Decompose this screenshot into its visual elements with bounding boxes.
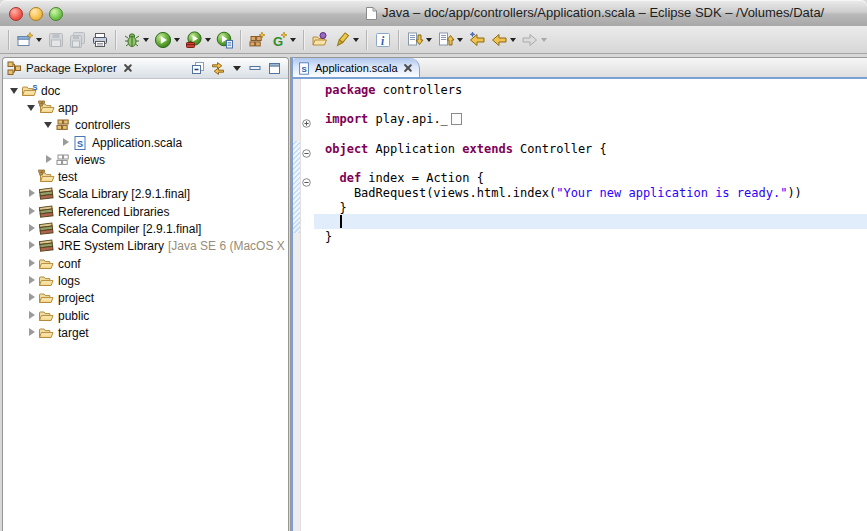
folder-icon — [38, 256, 55, 272]
project-tree[interactable]: S doc app controllers S Application.scal… — [3, 80, 287, 531]
code-editor[interactable]: package controllers import play.api._ ob… — [293, 79, 867, 531]
disclosure-triangle-collapsed[interactable] — [26, 310, 38, 322]
tree-item-label: target — [58, 326, 89, 340]
tree-item-project[interactable]: project — [3, 290, 287, 307]
tree-item-label: test — [58, 170, 77, 184]
close-view-button[interactable] — [123, 63, 133, 73]
view-menu-button[interactable] — [227, 59, 246, 77]
close-tab-button[interactable] — [403, 63, 413, 73]
library-icon — [38, 186, 55, 202]
collapse-all-button[interactable] — [189, 59, 208, 77]
run-icon — [154, 31, 172, 49]
last-edit-location-button[interactable] — [467, 29, 487, 51]
disclosure-spacer — [26, 171, 38, 183]
disclosure-triangle-expanded[interactable] — [9, 85, 21, 97]
disclosure-triangle-collapsed[interactable] — [26, 292, 38, 304]
debug-button[interactable] — [122, 29, 151, 51]
tree-item-jre-system-library[interactable]: JRE System Library [Java SE 6 (MacOS X D… — [3, 238, 287, 255]
code-line-1: package controllers — [325, 83, 462, 98]
disclosure-triangle-collapsed[interactable] — [26, 240, 38, 252]
tree-item-target[interactable]: target — [3, 324, 287, 341]
dropdown-caret-icon — [143, 38, 149, 42]
tree-item-controllers[interactable]: controllers — [3, 117, 287, 134]
folded-region-box[interactable] — [451, 113, 462, 125]
dropdown-caret-icon — [510, 38, 516, 42]
tree-item-app[interactable]: app — [3, 99, 287, 116]
close-window-button[interactable] — [9, 7, 23, 21]
svg-text:S: S — [77, 138, 83, 148]
view-title: Package Explorer — [26, 62, 117, 74]
tree-item-label: views — [75, 153, 105, 167]
folding-ruler[interactable] — [301, 79, 314, 531]
tree-item-label: JRE System Library — [58, 239, 164, 253]
tree-item-label: app — [58, 101, 78, 115]
current-line-highlight — [314, 214, 867, 229]
disclosure-triangle-collapsed[interactable] — [26, 223, 38, 235]
fold-expand-button[interactable] — [302, 114, 311, 132]
fold-collapse-button[interactable] — [302, 144, 311, 162]
tree-item-label: Scala Compiler [2.9.1.final] — [58, 222, 201, 236]
minimize-view-button[interactable] — [246, 59, 265, 77]
previous-annotation-button[interactable] — [436, 29, 465, 51]
back-arrow-icon — [490, 31, 508, 49]
source-folder-icon — [38, 100, 55, 116]
window-title: Java – doc/app/controllers/Application.s… — [382, 5, 824, 20]
dropdown-caret-icon — [205, 38, 211, 42]
toolbar-separator — [366, 30, 368, 50]
previous-annotation-icon — [437, 31, 455, 49]
last-edit-location-icon — [468, 31, 486, 49]
disclosure-triangle-collapsed[interactable] — [26, 327, 38, 339]
next-annotation-button[interactable] — [405, 29, 434, 51]
mark-occurrences-button[interactable] — [332, 29, 361, 51]
svg-text:S: S — [33, 83, 38, 92]
disclosure-triangle-collapsed[interactable] — [26, 275, 38, 287]
maximize-view-button[interactable] — [265, 59, 284, 77]
save-button[interactable] — [46, 29, 66, 51]
code-line-9: } — [325, 201, 347, 216]
new-project-button[interactable] — [247, 29, 267, 51]
disclosure-triangle-collapsed[interactable] — [26, 188, 38, 200]
print-button[interactable] — [90, 29, 110, 51]
zoom-window-button[interactable] — [49, 7, 63, 21]
new-wizard-button[interactable] — [15, 29, 44, 51]
tree-item-label: Scala Library [2.9.1.final] — [58, 187, 190, 201]
tree-item-test[interactable]: test — [3, 168, 287, 185]
disclosure-triangle-collapsed[interactable] — [60, 137, 72, 149]
tab-application-scala[interactable]: S Application.scala — [293, 58, 420, 78]
library-icon — [38, 238, 55, 254]
external-tools-button[interactable] — [184, 29, 213, 51]
disclosure-triangle-expanded[interactable] — [26, 102, 38, 114]
tree-item-scala-compiler[interactable]: Scala Compiler [2.9.1.final] — [3, 220, 287, 237]
minimize-window-button[interactable] — [29, 7, 43, 21]
info-button[interactable]: i — [373, 29, 393, 51]
save-all-button[interactable] — [68, 29, 88, 51]
g-wizard-button[interactable]: G — [269, 29, 298, 51]
run-file-button[interactable] — [215, 29, 235, 51]
package-outline-icon — [55, 152, 72, 168]
tree-item-referenced-libraries[interactable]: Referenced Libraries — [3, 203, 287, 220]
tree-item-application-scala[interactable]: S Application.scala — [3, 134, 287, 151]
disclosure-triangle-collapsed[interactable] — [26, 206, 38, 218]
run-button[interactable] — [153, 29, 182, 51]
annotation-ruler[interactable] — [293, 79, 301, 531]
collapse-all-icon — [191, 61, 206, 76]
fold-collapse-button[interactable] — [302, 173, 311, 191]
back-button[interactable] — [489, 29, 518, 51]
tree-item-conf[interactable]: conf — [3, 255, 287, 272]
disclosure-triangle-expanded[interactable] — [43, 119, 55, 131]
disclosure-triangle-collapsed[interactable] — [43, 154, 55, 166]
folder-icon — [38, 308, 55, 324]
open-folder-button[interactable] — [310, 29, 330, 51]
tree-item-public[interactable]: public — [3, 307, 287, 324]
forward-button[interactable] — [520, 29, 549, 51]
external-tools-icon — [185, 31, 203, 49]
toolbar-separator — [240, 30, 242, 50]
tree-item-label: controllers — [75, 118, 130, 132]
tree-item-views[interactable]: views — [3, 151, 287, 168]
tree-item-doc[interactable]: S doc — [3, 82, 287, 99]
tree-item-scala-library[interactable]: Scala Library [2.9.1.final] — [3, 186, 287, 203]
disclosure-triangle-collapsed[interactable] — [26, 258, 38, 270]
tree-item-logs[interactable]: logs — [3, 272, 287, 289]
eclipse-window: Java – doc/app/controllers/Application.s… — [0, 0, 867, 531]
link-with-editor-button[interactable] — [208, 59, 227, 77]
